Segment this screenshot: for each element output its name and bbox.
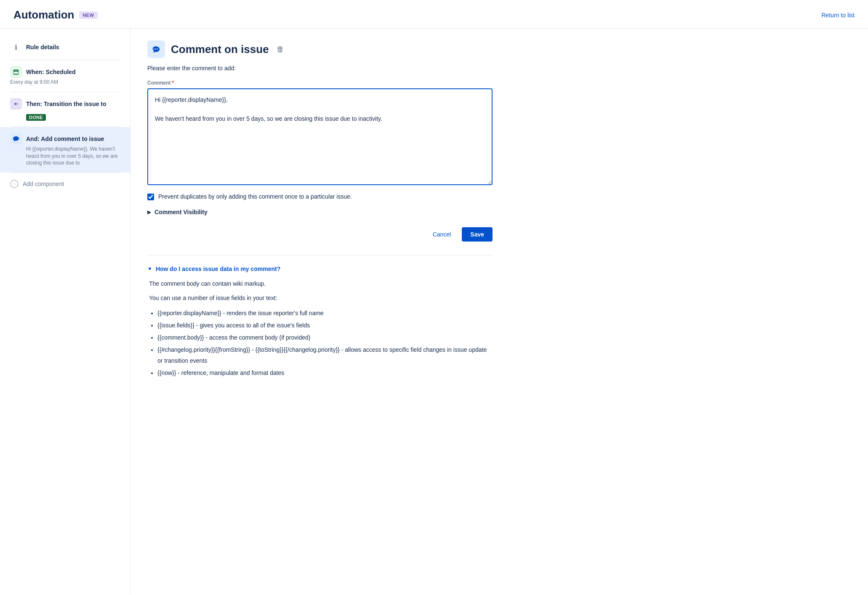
visibility-label: Comment Visibility: [154, 209, 208, 215]
sidebar-item-then-transition[interactable]: Then: Transition the issue to DONE: [0, 92, 130, 127]
add-component-button[interactable]: ○ Add component: [0, 173, 130, 195]
prevent-duplicates-checkbox[interactable]: [147, 194, 154, 200]
add-component-label: Add component: [23, 181, 64, 187]
transition-icon: [10, 98, 22, 110]
panel-description: Please enter the comment to add:: [147, 65, 493, 72]
done-badge: DONE: [26, 114, 46, 121]
page-title: Automation: [13, 8, 74, 21]
comment-field-label: Comment *: [147, 80, 493, 86]
help-toggle[interactable]: ▼ How do I access issue data in my comme…: [147, 266, 493, 272]
help-list-item-3: {{comment.body}} - access the comment bo…: [157, 332, 493, 343]
main-layout: ℹ Rule details When: Scheduled Every day…: [0, 29, 868, 594]
return-to-list-link[interactable]: Return to list: [821, 12, 855, 19]
help-list-item-4: {{#changelog.priority}}{{fromString}} - …: [157, 345, 493, 366]
sidebar-item-when-header: When: Scheduled: [10, 66, 120, 78]
save-button[interactable]: Save: [462, 227, 493, 242]
help-list: {{reporter.displayName}} - renders the i…: [147, 308, 493, 378]
sidebar-item-when-scheduled[interactable]: When: Scheduled Every day at 9:00 AM: [0, 60, 130, 92]
sidebar-item-rule-details-title: Rule details: [26, 44, 59, 50]
calendar-icon: [10, 66, 22, 78]
sidebar-item-then-header: Then: Transition the issue to: [10, 98, 120, 110]
sidebar-item-then-title: Then: Transition the issue to: [26, 101, 107, 107]
help-list-item-2: {{issue.fields}} - gives you access to a…: [157, 320, 493, 331]
new-badge: NEW: [79, 11, 97, 19]
prevent-duplicates-row: Prevent duplicates by only adding this c…: [147, 193, 493, 200]
help-title: How do I access issue data in my comment…: [156, 266, 280, 272]
help-text-2: You can use a number of issue fields in …: [147, 293, 493, 303]
help-list-item-5: {{now}} - reference, manipulate and form…: [157, 368, 493, 378]
sidebar-item-and-title: And: Add comment to issue: [26, 135, 104, 142]
prevent-duplicates-label[interactable]: Prevent duplicates by only adding this c…: [158, 193, 352, 200]
cancel-button[interactable]: Cancel: [427, 228, 457, 241]
sidebar: ℹ Rule details When: Scheduled Every day…: [0, 29, 130, 594]
sidebar-item-rule-details[interactable]: ℹ Rule details: [0, 35, 130, 60]
help-text-1: The comment body can contain wiki markup…: [147, 279, 493, 288]
sidebar-item-rule-details-header: ℹ Rule details: [10, 41, 120, 53]
panel-title: Comment on issue: [171, 43, 269, 56]
header: Automation NEW Return to list: [0, 0, 868, 29]
comment-icon: [10, 133, 22, 145]
help-section: ▼ How do I access issue data in my comme…: [147, 255, 493, 378]
sidebar-item-and-subtitle: Hi {{reporter.displayName}}, We haven't …: [10, 146, 120, 167]
info-icon: ℹ: [10, 41, 22, 53]
help-chevron-icon: ▼: [147, 266, 152, 272]
delete-icon[interactable]: 🗑: [277, 45, 284, 54]
visibility-chevron-icon: ▶: [147, 209, 151, 215]
comment-visibility-toggle[interactable]: ▶ Comment Visibility: [147, 207, 493, 217]
required-star: *: [172, 80, 174, 86]
help-list-item-1: {{reporter.displayName}} - renders the i…: [157, 308, 493, 319]
main-content: Comment on issue 🗑 Please enter the comm…: [130, 29, 509, 594]
panel-icon: [147, 40, 165, 58]
panel-header: Comment on issue 🗑: [147, 40, 493, 58]
header-left: Automation NEW: [13, 8, 98, 21]
action-row: Cancel Save: [147, 227, 493, 242]
comment-textarea[interactable]: Hi {{reporter.displayName}}, We haven't …: [147, 88, 493, 185]
sidebar-item-when-subtitle: Every day at 9:00 AM: [10, 79, 120, 86]
sidebar-item-when-title: When: Scheduled: [26, 69, 75, 75]
add-component-circle-icon: ○: [10, 180, 19, 188]
sidebar-item-and-comment[interactable]: And: Add comment to issue Hi {{reporter.…: [0, 127, 130, 173]
sidebar-item-and-header: And: Add comment to issue: [10, 133, 120, 145]
